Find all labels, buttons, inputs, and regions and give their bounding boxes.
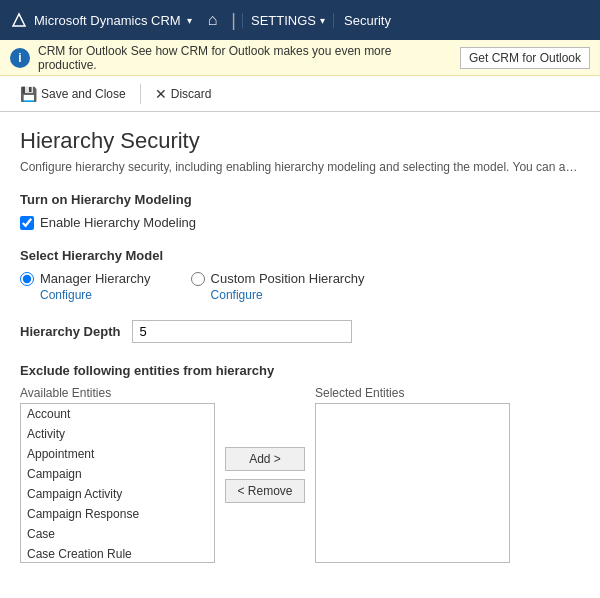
entities-container: Available Entities Account Activity Appo… bbox=[20, 386, 580, 563]
info-bar: i CRM for Outlook See how CRM for Outloo… bbox=[0, 40, 600, 76]
list-item[interactable]: Campaign bbox=[21, 464, 214, 484]
list-item[interactable]: Campaign Activity bbox=[21, 484, 214, 504]
custom-hierarchy-option: Custom Position Hierarchy Configure bbox=[191, 271, 365, 302]
list-item[interactable]: Appointment bbox=[21, 444, 214, 464]
nav-home-button[interactable]: ⌂ bbox=[200, 11, 226, 29]
remove-button[interactable]: < Remove bbox=[225, 479, 305, 503]
custom-hierarchy-radio[interactable] bbox=[191, 272, 205, 286]
toolbar-separator bbox=[140, 84, 141, 104]
nav-logo-chevron[interactable]: ▾ bbox=[187, 15, 192, 26]
info-bar-text: CRM for Outlook See how CRM for Outlook … bbox=[38, 44, 452, 72]
available-entities-header: Available Entities bbox=[20, 386, 215, 400]
hierarchy-model-section: Select Hierarchy Model Manager Hierarchy… bbox=[20, 248, 580, 302]
nav-settings-label: SETTINGS bbox=[251, 13, 316, 28]
custom-hierarchy-configure-link[interactable]: Configure bbox=[211, 288, 365, 302]
nav-logo-text: Microsoft Dynamics CRM bbox=[34, 13, 181, 28]
manager-hierarchy-radio-row: Manager Hierarchy bbox=[20, 271, 151, 286]
add-remove-buttons: Add > < Remove bbox=[225, 447, 305, 503]
selected-entities-header: Selected Entities bbox=[315, 386, 510, 400]
get-crm-outlook-button[interactable]: Get CRM for Outlook bbox=[460, 47, 590, 69]
list-item[interactable]: Campaign Response bbox=[21, 504, 214, 524]
nav-logo[interactable]: Microsoft Dynamics CRM ▾ bbox=[10, 11, 200, 29]
enable-hierarchy-label[interactable]: Enable Hierarchy Modeling bbox=[40, 215, 196, 230]
turn-on-section-label: Turn on Hierarchy Modeling bbox=[20, 192, 580, 207]
list-item[interactable]: Activity bbox=[21, 424, 214, 444]
discard-icon: ✕ bbox=[155, 86, 167, 102]
hierarchy-depth-input[interactable] bbox=[132, 320, 352, 343]
nav-separator-1: | bbox=[231, 10, 236, 31]
manager-hierarchy-configure-link[interactable]: Configure bbox=[40, 288, 151, 302]
list-item[interactable]: Case bbox=[21, 524, 214, 544]
add-button[interactable]: Add > bbox=[225, 447, 305, 471]
custom-hierarchy-radio-row: Custom Position Hierarchy bbox=[191, 271, 365, 286]
exclude-entities-section: Exclude following entities from hierarch… bbox=[20, 363, 580, 563]
save-icon: 💾 bbox=[20, 86, 37, 102]
available-entities-ul: Account Activity Appointment Campaign Ca… bbox=[21, 404, 214, 563]
home-icon: ⌂ bbox=[208, 11, 218, 28]
top-navigation: Microsoft Dynamics CRM ▾ ⌂ | SETTINGS ▾ … bbox=[0, 0, 600, 40]
main-content: Hierarchy Security Configure hierarchy s… bbox=[0, 112, 600, 579]
toolbar: 💾 Save and Close ✕ Discard bbox=[0, 76, 600, 112]
available-entities-wrapper: Available Entities Account Activity Appo… bbox=[20, 386, 215, 563]
selected-entities-list[interactable] bbox=[315, 403, 510, 563]
list-item[interactable]: Case Creation Rule bbox=[21, 544, 214, 563]
available-entities-list[interactable]: Account Activity Appointment Campaign Ca… bbox=[20, 403, 215, 563]
selected-entities-wrapper: Selected Entities bbox=[315, 386, 510, 563]
manager-hierarchy-radio[interactable] bbox=[20, 272, 34, 286]
exclude-entities-label: Exclude following entities from hierarch… bbox=[20, 363, 580, 378]
dynamics-logo-icon bbox=[10, 11, 28, 29]
hierarchy-model-label: Select Hierarchy Model bbox=[20, 248, 580, 263]
nav-settings-button[interactable]: SETTINGS ▾ bbox=[242, 13, 334, 28]
hierarchy-depth-label: Hierarchy Depth bbox=[20, 324, 120, 339]
enable-hierarchy-checkbox[interactable] bbox=[20, 216, 34, 230]
custom-hierarchy-label: Custom Position Hierarchy bbox=[211, 271, 365, 286]
hierarchy-depth-section: Hierarchy Depth bbox=[20, 320, 580, 343]
list-item[interactable]: Account bbox=[21, 404, 214, 424]
enable-hierarchy-row: Enable Hierarchy Modeling bbox=[20, 215, 580, 230]
manager-hierarchy-option: Manager Hierarchy Configure bbox=[20, 271, 151, 302]
discard-button[interactable]: ✕ Discard bbox=[145, 82, 222, 106]
hierarchy-model-radio-row: Manager Hierarchy Configure Custom Posit… bbox=[20, 271, 580, 302]
manager-hierarchy-label: Manager Hierarchy bbox=[40, 271, 151, 286]
save-and-close-button[interactable]: 💾 Save and Close bbox=[10, 82, 136, 106]
info-icon: i bbox=[10, 48, 30, 68]
nav-settings-chevron[interactable]: ▾ bbox=[320, 15, 325, 26]
page-title: Hierarchy Security bbox=[20, 128, 580, 154]
page-description: Configure hierarchy security, including … bbox=[20, 160, 580, 174]
nav-security-label: Security bbox=[334, 13, 401, 28]
